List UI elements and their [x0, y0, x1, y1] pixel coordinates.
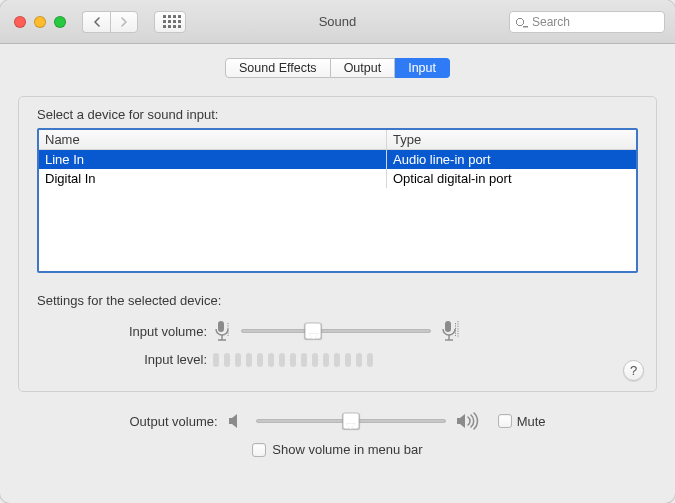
output-volume-label: Output volume: [129, 414, 217, 429]
svg-rect-4 [445, 321, 451, 332]
nav-group [82, 11, 138, 33]
level-bar [345, 353, 351, 367]
content: Sound EffectsOutputInput Select a device… [0, 44, 675, 469]
level-bar [213, 353, 219, 367]
device-type: Audio line-in port [387, 152, 636, 167]
menubar-label: Show volume in menu bar [272, 442, 422, 457]
level-bar [356, 353, 362, 367]
window-controls [10, 16, 66, 28]
mic-high-icon [441, 320, 459, 342]
level-bar [235, 353, 241, 367]
mic-low-icon [213, 320, 231, 342]
mute-label: Mute [517, 414, 546, 429]
help-button[interactable]: ? [623, 360, 644, 381]
device-table[interactable]: Name Type Line InAudio line-in portDigit… [37, 128, 638, 273]
menubar-row: Show volume in menu bar [18, 442, 657, 457]
input-volume-label: Input volume: [37, 324, 213, 339]
output-volume-slider[interactable] [256, 419, 446, 423]
col-name-header[interactable]: Name [39, 130, 387, 149]
level-bar [367, 353, 373, 367]
mute-checkbox[interactable] [498, 414, 512, 428]
table-row[interactable]: Digital InOptical digital-in port [39, 169, 636, 188]
input-volume-wrap [213, 320, 459, 342]
level-bar [334, 353, 340, 367]
chevron-right-icon [120, 17, 128, 27]
table-row[interactable]: Line InAudio line-in port [39, 150, 636, 169]
level-bar [301, 353, 307, 367]
mute-group: Mute [498, 414, 546, 429]
show-all-button[interactable] [154, 11, 186, 33]
speaker-high-icon [456, 412, 484, 430]
level-bar [224, 353, 230, 367]
titlebar: Sound [0, 0, 675, 44]
search-input[interactable] [509, 11, 665, 33]
device-type: Optical digital-in port [387, 171, 636, 186]
search-wrap [509, 11, 665, 33]
device-name: Line In [39, 150, 387, 169]
input-level-label: Input level: [37, 352, 213, 367]
level-bar [257, 353, 263, 367]
level-bar [246, 353, 252, 367]
level-bar [268, 353, 274, 367]
settings-label: Settings for the selected device: [37, 293, 638, 308]
tab-input[interactable]: Input [395, 58, 450, 78]
tab-sound-effects[interactable]: Sound Effects [225, 58, 331, 78]
back-button[interactable] [82, 11, 110, 33]
level-bar [279, 353, 285, 367]
table-header: Name Type [39, 130, 636, 150]
output-volume-row: Output volume: Mute [18, 412, 657, 430]
level-bar [323, 353, 329, 367]
level-bar [290, 353, 296, 367]
grid-icon [163, 15, 177, 28]
menubar-checkbox[interactable] [252, 443, 266, 457]
input-volume-row: Input volume: [37, 320, 638, 342]
select-device-label: Select a device for sound input: [37, 107, 638, 122]
input-panel: Select a device for sound input: Name Ty… [18, 96, 657, 392]
speaker-low-icon [228, 413, 246, 429]
output-volume-knob[interactable] [342, 413, 359, 430]
svg-rect-0 [218, 321, 224, 332]
forward-button[interactable] [110, 11, 138, 33]
input-level-row: Input level: [37, 352, 638, 367]
close-window-button[interactable] [14, 16, 26, 28]
input-volume-knob[interactable] [305, 323, 322, 340]
chevron-left-icon [93, 17, 101, 27]
tabs: Sound EffectsOutputInput [18, 58, 657, 78]
col-type-header[interactable]: Type [387, 132, 636, 147]
tab-output[interactable]: Output [331, 58, 396, 78]
level-bar [312, 353, 318, 367]
zoom-window-button[interactable] [54, 16, 66, 28]
minimize-window-button[interactable] [34, 16, 46, 28]
input-level-meter [213, 353, 373, 367]
device-name: Digital In [39, 169, 387, 188]
input-volume-slider[interactable] [241, 329, 431, 333]
